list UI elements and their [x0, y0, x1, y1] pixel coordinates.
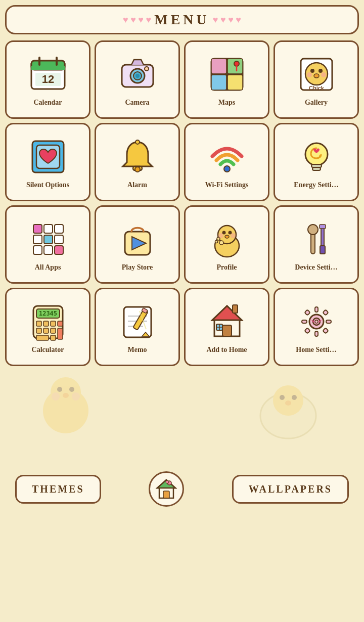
wifi-icon	[207, 137, 247, 177]
camera-icon	[117, 54, 158, 95]
app-item-silent[interactable]: Silent Options	[5, 123, 90, 201]
svg-rect-40	[55, 225, 63, 233]
devicesettings-icon	[296, 219, 337, 259]
svg-rect-101	[323, 309, 328, 315]
maps-icon	[207, 54, 247, 95]
heart-deco-2: ♥ ♥ ♥ ♥	[213, 15, 241, 25]
app-item-devicesettings[interactable]: Device Setti…	[274, 205, 359, 284]
wifi-label: Wi-Fi Settings	[205, 181, 249, 189]
svg-point-25	[307, 72, 312, 77]
app-item-playstore[interactable]: Play Store	[95, 205, 180, 284]
svg-rect-92	[233, 305, 238, 313]
svg-point-60	[308, 225, 318, 235]
app-item-calendar[interactable]: 12 Calendar	[5, 40, 90, 119]
app-item-camera[interactable]: Camera	[95, 40, 180, 119]
app-grid: 12 Calendar Camera	[5, 40, 359, 366]
profile-label: Profile	[216, 263, 237, 272]
svg-rect-37	[312, 167, 321, 170]
svg-point-53	[225, 235, 229, 238]
svg-rect-45	[44, 246, 53, 254]
svg-rect-88	[222, 325, 232, 336]
svg-rect-74	[58, 328, 63, 339]
svg-rect-46	[55, 246, 63, 254]
app-item-calculator[interactable]: 12345 Calculator	[5, 288, 90, 366]
app-item-energy[interactable]: Energy Setti…	[274, 123, 359, 201]
app-item-homesettings[interactable]: Home Setti…	[274, 288, 359, 366]
svg-point-107	[69, 387, 74, 392]
chick-decorations	[5, 370, 359, 512]
maps-label: Maps	[218, 99, 235, 107]
svg-point-95	[315, 320, 318, 323]
playstore-icon	[117, 219, 158, 259]
svg-point-33	[135, 140, 140, 144]
app-item-memo[interactable]: Memo	[95, 288, 180, 366]
svg-point-51	[222, 231, 225, 234]
svg-point-26	[321, 72, 326, 77]
svg-point-109	[52, 392, 60, 401]
svg-rect-68	[43, 321, 49, 326]
calendar-icon: 12	[28, 54, 68, 95]
alarm-label: Alarm	[127, 181, 147, 189]
app-item-maps[interactable]: Maps	[184, 40, 269, 119]
svg-rect-99	[326, 320, 331, 323]
app-item-addtohome[interactable]: Add to Home	[184, 288, 269, 366]
addtohome-icon	[207, 301, 247, 342]
svg-text:12: 12	[41, 73, 54, 85]
svg-rect-75	[36, 335, 49, 340]
svg-rect-69	[51, 321, 56, 326]
svg-rect-100	[304, 309, 310, 315]
svg-point-35	[305, 143, 328, 165]
svg-rect-44	[33, 246, 42, 254]
silent-icon	[28, 137, 68, 177]
svg-rect-13	[211, 59, 226, 74]
svg-point-108	[63, 393, 69, 398]
svg-rect-41	[33, 235, 42, 244]
energy-label: Energy Setti…	[294, 181, 338, 189]
svg-point-11	[145, 67, 149, 71]
svg-point-32	[135, 167, 140, 172]
bottom-section: THEMES WALLPAPERS	[5, 370, 359, 512]
svg-rect-39	[44, 225, 53, 233]
playstore-label: Play Store	[122, 263, 153, 272]
homesettings-label: Home Setti…	[296, 346, 336, 354]
svg-rect-16	[228, 75, 243, 90]
memo-label: Memo	[127, 346, 147, 354]
svg-rect-63	[320, 225, 326, 229]
allapps-icon	[28, 219, 68, 259]
menu-title: MENU	[154, 12, 210, 28]
svg-rect-43	[55, 235, 63, 244]
alarm-icon	[117, 137, 158, 177]
svg-rect-71	[36, 328, 41, 333]
gallery-label: Gallery	[305, 99, 328, 107]
svg-point-114	[292, 395, 297, 400]
svg-rect-67	[36, 321, 41, 326]
svg-text:Chick: Chick	[309, 85, 325, 91]
svg-rect-42	[44, 235, 53, 244]
svg-point-110	[72, 392, 80, 401]
svg-point-10	[135, 74, 140, 78]
svg-point-23	[318, 69, 323, 73]
svg-rect-38	[33, 225, 42, 233]
app-item-gallery[interactable]: Chick Gallery	[274, 40, 359, 119]
app-item-wifi[interactable]: Wi-Fi Settings	[184, 123, 269, 201]
gallery-icon: Chick	[296, 54, 337, 95]
svg-rect-62	[320, 246, 325, 254]
svg-point-54	[219, 241, 223, 245]
app-item-allapps[interactable]: All Apps	[5, 205, 90, 284]
svg-point-52	[228, 231, 232, 234]
svg-point-115	[285, 401, 291, 406]
app-item-profile[interactable]: Profile	[184, 205, 269, 284]
svg-rect-102	[304, 328, 310, 333]
profile-icon	[207, 219, 247, 259]
svg-point-57	[218, 233, 223, 238]
energy-icon	[296, 137, 337, 177]
svg-text:12345: 12345	[38, 310, 57, 317]
app-item-alarm[interactable]: Alarm	[95, 123, 180, 201]
svg-rect-15	[211, 75, 226, 90]
homesettings-icon	[296, 301, 337, 342]
svg-point-105	[51, 377, 81, 408]
calendar-label: Calendar	[34, 99, 62, 107]
svg-rect-2	[31, 66, 65, 70]
svg-point-19	[234, 61, 239, 66]
calculator-label: Calculator	[32, 346, 64, 354]
